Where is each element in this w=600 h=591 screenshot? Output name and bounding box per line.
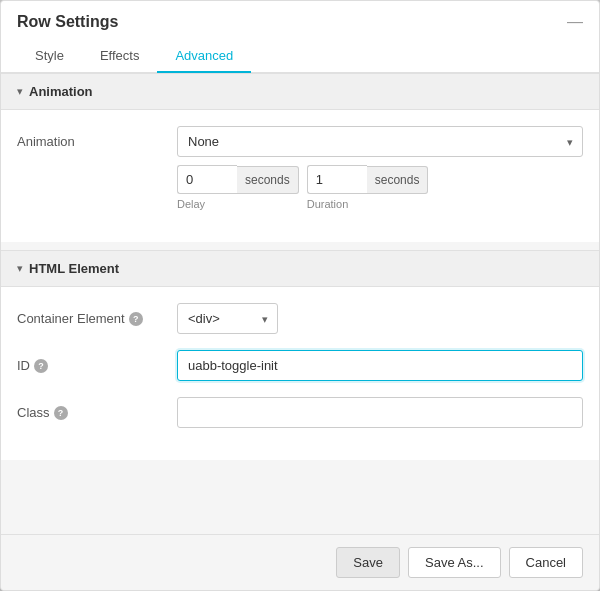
animation-section: ▾ Animation Animation None Fade In Slide… [1,73,599,242]
animation-control: None Fade In Slide In Zoom In ▾ [177,126,583,210]
delay-unit-label: seconds [237,166,299,194]
tab-advanced[interactable]: Advanced [157,40,251,73]
row-settings-dialog: Row Settings — Style Effects Advanced ▾ … [0,0,600,591]
duration-label: Duration [307,198,349,210]
section-gap [1,242,599,250]
animation-select-wrapper: None Fade In Slide In Zoom In ▾ [177,126,583,157]
html-element-section-content: Container Element ? <div> <section> <art… [1,287,599,460]
class-input[interactable] [177,397,583,428]
animation-section-title: Animation [29,84,93,99]
container-element-help-icon[interactable]: ? [129,312,143,326]
html-element-section-title: HTML Element [29,261,119,276]
html-element-chevron-icon: ▾ [17,262,23,275]
delay-group: seconds Delay [177,165,299,210]
id-help-icon[interactable]: ? [34,359,48,373]
cancel-button[interactable]: Cancel [509,547,583,578]
delay-input[interactable] [177,165,237,194]
dialog-footer: Save Save As... Cancel [1,534,599,590]
animation-select[interactable]: None Fade In Slide In Zoom In [177,126,583,157]
delay-label: Delay [177,198,205,210]
class-row: Class ? [17,397,583,428]
html-element-section-header[interactable]: ▾ HTML Element [1,250,599,287]
minimize-icon[interactable]: — [567,14,583,30]
class-label: Class ? [17,397,177,420]
id-input[interactable] [177,350,583,381]
animation-fields: seconds Delay seconds [177,165,583,210]
save-as-button[interactable]: Save As... [408,547,501,578]
id-control [177,350,583,381]
dialog-body: ▾ Animation Animation None Fade In Slide… [1,73,599,534]
duration-group: seconds Duration [307,165,429,210]
tab-effects[interactable]: Effects [82,40,158,73]
id-row: ID ? [17,350,583,381]
dialog-title: Row Settings [17,13,118,31]
duration-unit-label: seconds [367,166,429,194]
tabs: Style Effects Advanced [17,39,583,72]
tab-style[interactable]: Style [17,40,82,73]
container-element-row: Container Element ? <div> <section> <art… [17,303,583,334]
animation-section-header[interactable]: ▾ Animation [1,73,599,110]
animation-form-row: Animation None Fade In Slide In Zoom In … [17,126,583,210]
id-label: ID ? [17,350,177,373]
html-element-section: ▾ HTML Element Container Element ? <div>… [1,250,599,460]
dialog-titlebar: Row Settings — Style Effects Advanced [1,1,599,73]
animation-section-content: Animation None Fade In Slide In Zoom In … [1,110,599,242]
duration-input[interactable] [307,165,367,194]
class-help-icon[interactable]: ? [54,406,68,420]
container-element-select[interactable]: <div> <section> <article> <header> <foot… [177,303,278,334]
container-element-control: <div> <section> <article> <header> <foot… [177,303,583,334]
animation-chevron-icon: ▾ [17,85,23,98]
animation-label: Animation [17,126,177,149]
container-element-label: Container Element ? [17,303,177,326]
save-button[interactable]: Save [336,547,400,578]
class-control [177,397,583,428]
container-select-wrapper: <div> <section> <article> <header> <foot… [177,303,278,334]
